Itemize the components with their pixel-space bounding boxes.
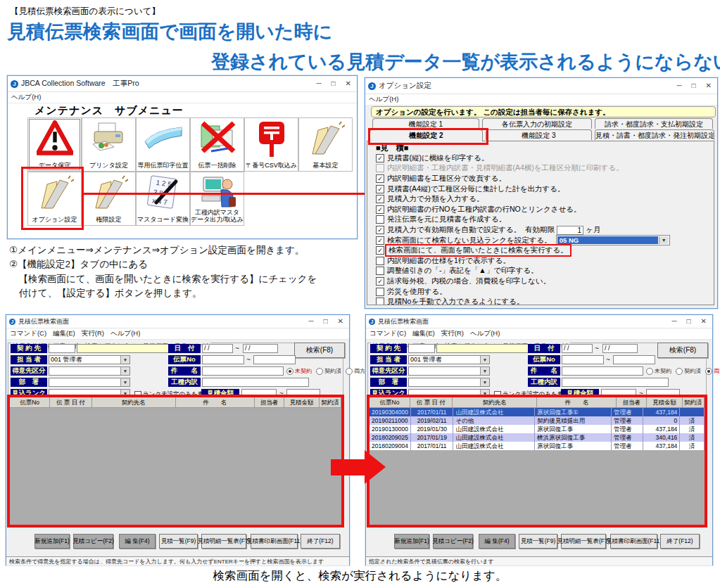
checkbox-checked-icon[interactable]: ✓ — [376, 205, 384, 214]
menu-item-0[interactable]: コマンド(C) — [10, 329, 46, 338]
close-button[interactable]: ✕ — [338, 318, 343, 325]
submenu-r1-item-0[interactable]: データ保守 — [27, 117, 82, 172]
radio-契約済[interactable]: 契約済 — [676, 367, 701, 375]
checkbox-checked-icon[interactable]: ✓ — [376, 185, 384, 193]
date-from-input[interactable]: / / — [562, 344, 593, 353]
button-見積コピー(F2)[interactable]: 見積コピー(F2) — [433, 534, 473, 549]
checkbox-checked-icon[interactable]: ✓ — [376, 236, 384, 245]
date-to-input[interactable]: / / — [243, 344, 278, 353]
work-detail-input[interactable] — [562, 378, 669, 387]
submenu-r2-item-1[interactable]: 権限設定 — [82, 172, 136, 226]
submenu-r1-item-2[interactable]: 専用伝票印字位置 — [136, 117, 190, 172]
submenu-r2-item-2[interactable]: 1 2 53 8x 4 7マスタコード変換 — [136, 172, 190, 226]
slip-no-from-input[interactable] — [202, 355, 244, 364]
tab-請求・都度請求・支払初期設定[interactable]: 請求・都度請求・支払初期設定 — [595, 118, 713, 129]
menu-item-1[interactable]: 編集(E) — [53, 329, 75, 338]
minimize-button[interactable]: ─ — [676, 82, 681, 89]
checkbox-unchecked-icon[interactable] — [376, 215, 384, 224]
work-detail-input[interactable] — [202, 378, 309, 387]
checkbox-unchecked-icon[interactable] — [376, 267, 384, 275]
tab-見積・請書・都度請求・発注初期設定[interactable]: 見積・請書・都度請求・発注初期設定 — [595, 129, 714, 140]
checkbox-checked-icon[interactable]: ✓ — [376, 174, 384, 183]
chevron-down-icon[interactable]: ▼ — [120, 378, 130, 386]
button-見積明細一覧表(F7)[interactable]: 見積明細一覧表(F7) — [561, 534, 606, 549]
table-row[interactable]: 201903040002017/01/11山田建設株式会社原状回復工事①管理者4… — [370, 408, 705, 416]
radio-両方[interactable]: 両方 — [346, 367, 365, 375]
subject-input[interactable] — [202, 366, 284, 376]
client-name-input[interactable] — [436, 344, 533, 353]
search-button[interactable]: 検索(F8) — [294, 343, 345, 358]
checkbox-checked-icon[interactable]: ✓ — [376, 246, 384, 255]
checkbox-checked-icon[interactable]: ✓ — [376, 226, 384, 234]
button-編 集(F4)[interactable]: 編 集(F4) — [479, 534, 515, 549]
menu-item-0[interactable]: コマンド(C) — [370, 329, 406, 338]
button-新規追加(F1)[interactable]: 新規追加(F1) — [34, 534, 70, 549]
button-編 集(F4)[interactable]: 編 集(F4) — [119, 534, 156, 549]
button-見積一覧(F9)[interactable]: 見積一覧(F9) — [159, 534, 198, 549]
slip-no-to-input[interactable] — [253, 355, 296, 364]
chevron-down-icon[interactable]: ▼ — [120, 356, 130, 364]
date-from-input[interactable]: / / — [202, 344, 233, 353]
minimize-button[interactable]: ─ — [671, 318, 676, 325]
submenu-r1-item-3[interactable]: 伝票一括削除 — [190, 117, 244, 172]
subject-input[interactable] — [562, 366, 643, 376]
slip-no-to-input[interactable] — [613, 355, 655, 364]
submenu-r1-item-5[interactable]: 基本設定 — [298, 117, 353, 172]
button-見積コピー(F2)[interactable]: 見積コピー(F2) — [73, 534, 113, 549]
checkbox-unchecked-icon[interactable] — [376, 298, 384, 305]
button-見積一覧(F9)[interactable]: 見積一覧(F9) — [519, 534, 557, 549]
submenu-r1-item-4[interactable]: 〒番号CSV取込み — [244, 117, 298, 172]
button-見積書印刷画面(F11)[interactable]: 見積書印刷画面(F11) — [610, 534, 657, 549]
button-見積書印刷画面(F11)[interactable]: 見積書印刷画面(F11) — [251, 534, 298, 549]
department-combo[interactable]: ▼ — [408, 378, 490, 387]
date-to-input[interactable]: / / — [602, 344, 638, 353]
radio-未契約[interactable]: 未契約 — [646, 367, 671, 375]
menu-help[interactable]: ヘルプ(H) — [11, 93, 41, 102]
minimize-button[interactable]: ─ — [316, 80, 321, 87]
submenu-r1-item-1[interactable]: プリンタ設定 — [82, 117, 136, 172]
menu-help[interactable]: ヘルプ(H) — [369, 95, 398, 104]
menu-item-2[interactable]: 実行(R) — [441, 329, 464, 338]
checkbox-unchecked-icon[interactable] — [376, 164, 384, 172]
close-button[interactable]: ✕ — [706, 82, 712, 89]
table-row[interactable]: 201802090252017/01/19山田建設株式会社横浜原状回復工事管理者… — [370, 433, 705, 442]
minimize-button[interactable]: ─ — [308, 318, 313, 325]
menu-item-1[interactable]: 編集(E) — [412, 329, 435, 338]
maximize-button[interactable]: □ — [692, 82, 696, 89]
button-終了(F12)[interactable]: 終了(F12) — [301, 534, 340, 549]
client-class-combo[interactable]: ▼ — [49, 366, 130, 376]
client-code-input[interactable] — [408, 344, 435, 353]
chevron-down-icon[interactable]: ▼ — [480, 367, 489, 375]
menu-item-2[interactable]: 実行(R) — [82, 329, 104, 338]
department-combo[interactable]: ▼ — [49, 378, 130, 387]
tab-機能設定 3[interactable]: 機能設定 3 — [486, 129, 592, 140]
button-見積明細一覧表(F7)[interactable]: 見積明細一覧表(F7) — [201, 534, 246, 549]
submenu-r2-item-0[interactable]: オプション設定 — [27, 172, 82, 226]
person-combo[interactable]: 001 管理者▼ — [408, 355, 490, 364]
tab-機能設定 2[interactable]: 機能設定 2 — [370, 129, 483, 141]
chevron-down-icon[interactable]: ▼ — [659, 236, 669, 244]
table-row[interactable]: 201802090042017/01/11山田建設株式会社原状回復工事管理者43… — [370, 442, 705, 450]
chevron-down-icon[interactable]: ▼ — [120, 367, 130, 375]
client-name-input[interactable] — [77, 344, 174, 353]
maximize-button[interactable]: □ — [687, 318, 691, 325]
menu-item-3[interactable]: ヘルプ(H) — [470, 329, 500, 338]
button-終了(F12)[interactable]: 終了(F12) — [660, 534, 700, 549]
radio-両方[interactable]: 両方 — [705, 367, 720, 375]
close-button[interactable]: ✕ — [701, 318, 707, 325]
expiry-input[interactable]: 1 — [557, 226, 583, 235]
slip-no-from-input[interactable] — [562, 355, 604, 364]
maximize-button[interactable]: □ — [331, 80, 336, 87]
checkbox-unchecked-icon[interactable] — [376, 257, 384, 265]
checkbox-unchecked-icon[interactable] — [376, 288, 384, 296]
table-row[interactable]: 201901300002019/01/30山田建設株式会社原状回復工事管理者43… — [370, 425, 705, 433]
menu-item-3[interactable]: ヘルプ(H) — [110, 329, 140, 338]
rank-dropdown[interactable]: 05 NG▼ — [556, 235, 670, 245]
maximize-button[interactable]: □ — [324, 318, 328, 325]
chevron-down-icon[interactable]: ▼ — [480, 378, 489, 386]
chevron-down-icon[interactable]: ▼ — [480, 356, 489, 364]
client-class-combo[interactable]: ▼ — [408, 366, 490, 376]
table-row[interactable]: 201902110002019/02/11その他契約後見積提出用管理者0済 — [370, 416, 705, 425]
button-新規追加(F1)[interactable]: 新規追加(F1) — [394, 534, 429, 549]
checkbox-checked-icon[interactable]: ✓ — [376, 195, 384, 203]
